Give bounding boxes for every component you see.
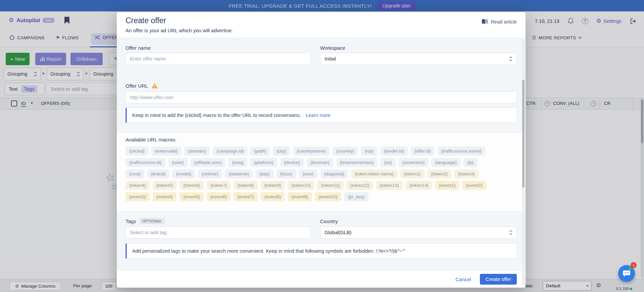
modal-section-main: Offer name Workspace Initial Offer URL [117, 38, 526, 132]
macro-chip[interactable]: {event8} [261, 192, 285, 201]
macro-chip[interactable]: {affiliate.user} [191, 158, 226, 167]
workspace-select[interactable]: Initial [320, 53, 517, 65]
macro-chip[interactable]: {token3} [454, 169, 479, 178]
modal-header: Create offer An offer is your ad URL whi… [117, 12, 526, 38]
macro-chip[interactable]: {diagonal} [320, 169, 348, 178]
create-offer-button[interactable]: Create offer [480, 274, 517, 285]
macro-chip-row: {event3}{event4}{event5}{event6}{event7}… [126, 192, 517, 201]
macro-chip[interactable]: {uniq} [228, 158, 247, 167]
macro-chip[interactable]: {event10} [315, 192, 341, 201]
macro-chip[interactable]: {trafficsource.name} [438, 147, 485, 156]
macro-chip[interactable]: {event7} [234, 192, 258, 201]
macro-chip[interactable]: {user} [168, 158, 188, 167]
macro-chip-row: {token4}{token5}{token6}{token7}{token8}… [126, 181, 517, 190]
book-icon [482, 19, 488, 25]
macro-chip[interactable]: {countryname} [293, 147, 330, 156]
macro-chip[interactable]: {lander.id} [380, 147, 408, 156]
macro-chip[interactable]: {token11} [317, 181, 343, 190]
chat-icon [623, 270, 631, 277]
macros-heading: Available URL macros: [126, 137, 517, 142]
clickid-note: Keep in mind to add the {clickid} macro … [126, 108, 517, 123]
modal-scrollbar-thumb[interactable] [522, 80, 525, 187]
macro-chip[interactable]: {browser} [307, 158, 333, 167]
macro-chip[interactable]: {offer.id} [411, 147, 435, 156]
macro-chip[interactable]: {os} [380, 158, 395, 167]
macro-chip[interactable]: {path} [250, 147, 269, 156]
stepper-icon [509, 230, 512, 235]
tags-input[interactable] [126, 226, 311, 239]
macro-chip[interactable]: {model} [172, 169, 195, 178]
app-screen: FREE TRIAL. UPGRADE & GET FULL ACCESS IN… [0, 0, 644, 292]
macro-chip[interactable]: {city} [273, 147, 290, 156]
chat-widget-button[interactable]: 1 [618, 265, 635, 282]
modal-section-macros: Available URL macros: {clickid}{external… [117, 132, 526, 212]
macro-chip[interactable]: {event4} [153, 192, 177, 201]
macro-chip[interactable]: {token:token name} [351, 169, 397, 178]
macro-chip[interactable]: {event9} [288, 192, 312, 201]
offer-url-input[interactable] [126, 91, 517, 103]
macro-chip[interactable]: {datetime} [225, 169, 253, 178]
macro-chip[interactable]: {device} [280, 158, 304, 167]
macro-chip[interactable]: {token8} [234, 181, 258, 190]
offer-name-input[interactable] [126, 53, 311, 65]
macro-chip[interactable]: {ip} [463, 158, 478, 167]
macro-chip-row: {trafficsource.id}{user}{affiliate.user}… [126, 158, 517, 167]
modal-section-tags: Tags OPTIONAL Country Global(GLB) [117, 212, 526, 271]
macro-chip-list: {clickid}{externalid}{domain}{campaign.i… [126, 147, 517, 201]
country-label: Country [320, 218, 517, 224]
macro-chip[interactable]: {token6} [180, 181, 204, 190]
macro-chip[interactable]: {clickid} [126, 147, 148, 156]
workspace-label: Workspace [320, 45, 517, 51]
macro-chip[interactable]: {browserversion} [336, 158, 378, 167]
macro-chip[interactable]: {isp} [361, 147, 377, 156]
learn-more-link[interactable]: Learn more [306, 113, 331, 118]
macro-chip[interactable]: {campaign.id} [213, 147, 248, 156]
macro-chip[interactable]: {event5} [180, 192, 204, 201]
macro-chip[interactable]: {day} [256, 169, 274, 178]
modal-scrollbar[interactable] [522, 40, 525, 285]
macro-chip[interactable]: {country} [333, 147, 358, 156]
macro-chip[interactable]: {token14} [406, 181, 432, 190]
macro-chip[interactable]: {token13} [376, 181, 403, 190]
macro-chip[interactable]: {event1} [435, 181, 459, 190]
macro-chip[interactable]: {osversion} [399, 158, 429, 167]
read-article-label: Read article [491, 19, 517, 25]
macro-chip[interactable]: {platform} [250, 158, 277, 167]
tags-note: Add personalized tags to make your searc… [126, 243, 517, 259]
macro-chip[interactable]: {token5} [153, 181, 177, 190]
clickid-note-text: Keep in mind to add the {clickid} macro … [132, 113, 301, 118]
offer-name-label: Offer name [126, 45, 311, 51]
tags-label: Tags OPTIONAL [126, 218, 311, 224]
macro-chip[interactable]: {event3} [126, 192, 150, 201]
macro-chip[interactable]: {token7} [207, 181, 231, 190]
create-offer-modal: Create offer An offer is your ad URL whi… [117, 12, 526, 288]
macro-chip[interactable]: {token10} [288, 181, 314, 190]
macro-chip[interactable]: {language} [431, 158, 460, 167]
workspace-select-value: Initial [325, 56, 336, 61]
stepper-icon [509, 56, 512, 61]
macro-chip[interactable]: {token12} [347, 181, 373, 190]
macro-chip[interactable]: {cost} [126, 169, 144, 178]
macro-chip[interactable]: {domain} [184, 147, 209, 156]
macro-chip-row: {clickid}{externalid}{domain}{campaign.i… [126, 147, 517, 156]
modal-footer: Cancel Create offer [117, 271, 526, 288]
warning-icon [151, 83, 158, 89]
macro-chip[interactable]: {token1} [400, 169, 425, 178]
macro-chip[interactable]: {trafficsource.id} [126, 158, 165, 167]
macro-chip[interactable]: {brand} [147, 169, 169, 178]
macro-chip[interactable]: {pr_key} [344, 192, 368, 201]
macro-chip[interactable]: {externalid} [151, 147, 182, 156]
macro-chip[interactable]: {hour} [277, 169, 296, 178]
read-article-link[interactable]: Read article [482, 19, 517, 25]
modal-title: Create offer [126, 16, 517, 25]
macro-chip[interactable]: {token4} [126, 181, 150, 190]
macro-chip[interactable]: {event2} [462, 181, 486, 190]
macro-chip[interactable]: {referer} [198, 169, 222, 178]
country-select[interactable]: Global(GLB) [320, 226, 517, 239]
macro-chip[interactable]: {size} [299, 169, 317, 178]
offer-url-label: Offer URL [126, 83, 517, 89]
macro-chip[interactable]: {token2} [428, 169, 452, 178]
cancel-button[interactable]: Cancel [455, 277, 471, 282]
macro-chip[interactable]: {event6} [207, 192, 231, 201]
macro-chip[interactable]: {token9} [261, 181, 285, 190]
